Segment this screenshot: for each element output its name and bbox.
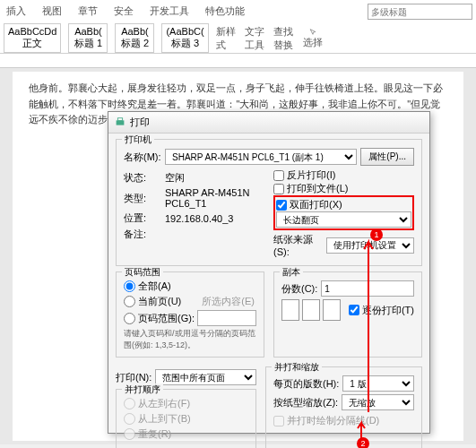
location-label: 位置: [124,211,161,225]
flip-select[interactable]: 长边翻页 [276,211,411,228]
print-to-file-label: 打印到文件(L) [287,182,348,195]
collate-checkbox[interactable] [349,305,359,315]
paper-source-label: 纸张来源(S): [273,233,323,257]
copies-count-label: 份数(C): [281,282,317,296]
type-value: SHARP AR-M451N PCL6_T1 [165,187,264,209]
print-dialog: 打印 打印机 名称(M): SHARP AR-M451N PCL6_T1 (副本… [108,111,430,434]
printer-name-label: 名称(M): [124,151,161,164]
per-sheet-select[interactable]: 1 版 [342,375,414,392]
properties-button[interactable]: 属性(P)... [360,148,414,166]
print-to-file-checkbox[interactable] [273,184,284,194]
type-label: 类型: [124,192,161,205]
draw-lines-label: 并打时绘制分隔线(D) [287,414,379,427]
ribbon: 插入 视图 章节 安全 开发工具 特色功能 AaBbCcDd正文 AaBb(标题… [0,0,476,54]
range-all-label: 全部(A) [138,280,171,293]
location-value: 192.168.0.40_3 [165,213,233,224]
tab-insert[interactable]: 插入 [4,4,29,20]
copies-count-input[interactable] [321,280,414,297]
range-group-title: 页码范围 [122,266,163,279]
order-ttb-label: 从上到下(B) [138,412,191,426]
copies-group-title: 副本 [280,266,303,279]
order-ltr-radio [124,398,135,409]
collate-label: 逐份打印(T) [362,304,414,317]
print-what-label: 打印(N): [116,371,151,384]
print-what-select[interactable]: 范围中所有页面 [155,369,256,385]
status-label: 状态: [124,171,161,185]
per-sheet-label: 每页的版数(H): [273,377,339,391]
comment-label: 备注: [124,228,161,241]
annotation-badge-2: 2 [357,437,369,448]
collate-preview-icon [281,299,341,321]
scale-select[interactable]: 无缩放 [342,394,414,410]
tab-view[interactable]: 视图 [39,4,65,20]
tab-bar: 插入 视图 章节 安全 开发工具 特色功能 [4,2,472,22]
new-style-button[interactable]: 新样式 [216,28,238,49]
draw-lines-checkbox [273,416,284,426]
range-hint: 请键入页码和/或用逗号分隔的页码范围(例如: 1,3,5-12)。 [124,328,256,351]
order-group: 并打顺序 从左到右(F) 从上到下(B) 重复(R) [116,389,256,448]
duplex-checkbox[interactable] [276,200,287,211]
tab-features[interactable]: 特色功能 [203,4,247,20]
dialog-title: 打印 [130,116,150,129]
range-current-label: 当前页(U) [138,295,181,308]
range-pages-label: 页码范围(G): [138,312,195,325]
tab-devtools[interactable]: 开发工具 [147,4,192,20]
text-tools-button[interactable]: A文字工具 [245,28,266,49]
range-group: 页码范围 全部(A) 当前页(U)所选内容(E) 页码范围(G): 请键入页码和… [116,271,264,358]
dialog-titlebar: 打印 [108,112,429,134]
tab-security[interactable]: 安全 [111,4,136,20]
range-pages-input[interactable] [197,310,256,326]
style-normal[interactable]: AaBbCcDd正文 [4,23,61,53]
copies-group: 副本 份数(C): 逐份打印(T) [273,271,422,358]
range-selection-label: 所选内容(E) [202,295,255,308]
print-icon [114,116,126,129]
paper-source-select[interactable]: 使用打印机设置 [326,237,414,254]
order-repeat-label: 重复(R) [138,427,171,441]
range-current-radio[interactable] [124,296,135,307]
status-value: 空闲 [165,171,185,185]
scale-label: 按纸型缩放(Z): [273,396,338,409]
reverse-print-label: 反片打印(I) [287,168,335,182]
order-repeat-radio [124,428,135,440]
printer-name-select[interactable]: SHARP AR-M451N PCL6_T1 (副本 1) [165,149,357,165]
ribbon-groups: AaBbCcDd正文 AaBb(标题 1 AaBb(标题 2 (AaBbC(标题… [4,23,472,53]
select-button[interactable]: 选择 [302,28,324,49]
order-group-title: 并打顺序 [122,383,163,396]
order-ltr-label: 从左到右(F) [138,397,190,410]
duplex-label: 双面打印(X) [290,198,342,211]
find-replace-button[interactable]: 查找替换 [273,28,295,49]
reverse-print-checkbox[interactable] [273,170,284,181]
svg-rect-4 [117,120,125,125]
printer-group-title: 打印机 [122,134,154,146]
style-h1[interactable]: AaBb(标题 1 [68,23,108,53]
order-ttb-radio [124,413,135,425]
style-h2[interactable]: AaBb(标题 2 [115,23,154,53]
ruler [0,54,476,68]
zoom-group: 并打和缩放 每页的版数(H):1 版 按纸型缩放(Z):无缩放 并打时绘制分隔线… [265,366,422,448]
svg-rect-5 [117,117,122,120]
range-all-radio[interactable] [124,280,135,292]
annotation-badge-1: 1 [370,228,383,241]
printer-group: 打印机 名称(M): SHARP AR-M451N PCL6_T1 (副本 1)… [116,139,422,266]
style-h3[interactable]: (AaBbC(标题 3 [161,23,208,53]
tab-section[interactable]: 章节 [75,4,100,20]
zoom-group-title: 并打和缩放 [272,361,322,374]
search-input[interactable] [368,4,473,20]
range-pages-radio[interactable] [124,313,135,324]
